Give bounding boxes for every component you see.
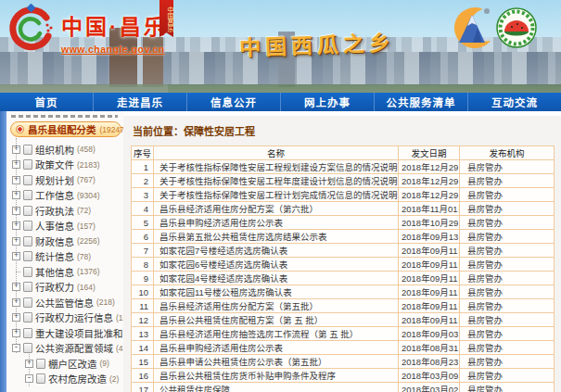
expand-toggle-icon[interactable]: +	[12, 237, 20, 246]
document-link[interactable]: 昌乐县第五批公共租赁住房选房结果公示表	[154, 230, 399, 244]
sidebar-item-work-info[interactable]: + 工作信息 (9304)	[6, 188, 123, 204]
table-row[interactable]: 2 关于考核性指标保障性安居工程年度建设计划信息的情况说明 2018年12月29…	[132, 174, 555, 188]
document-link[interactable]: 如家花园6号楼经适房选房确认表	[154, 258, 399, 272]
document-link[interactable]: 昌乐县经济适用住房分配方案（第五批）	[154, 299, 399, 313]
publish-org: 县房管办	[460, 369, 555, 383]
document-link[interactable]: 关于考核性指标保障性安居工程规划建设方案信息的情况说明	[154, 160, 399, 174]
table-row[interactable]: 10 如家花园11号楼公租房选房确认表 2018年09月11日 县房管办	[132, 285, 555, 299]
nav-item[interactable]: 公共服务清单	[375, 93, 468, 111]
table-row[interactable]: 16 昌乐县公共租赁住房货币补贴申购条件及程序 2018年03月09日 县房管办	[132, 369, 555, 383]
nav-item[interactable]: 互动交流	[468, 93, 561, 111]
folder-icon	[23, 267, 32, 277]
sidebar-item-count: (72)	[77, 206, 91, 215]
nav-item[interactable]: 首页	[0, 93, 94, 111]
document-link[interactable]: 昌乐县经济适用住房抽签选房工作流程（第 五 批）	[154, 327, 399, 341]
expand-toggle-icon[interactable]: +	[12, 176, 20, 184]
row-number: 11	[132, 299, 154, 313]
folder-icon	[23, 328, 32, 338]
sidebar-item-public-supervision[interactable]: + 公共监管信息 (218)	[6, 295, 123, 310]
column-header-date: 发文日期	[399, 146, 460, 160]
sidebar-item-label: 组织机构	[35, 143, 74, 157]
expand-toggle-icon[interactable]: +	[12, 313, 20, 322]
sidebar-item-organization[interactable]: + 组织机构 (458)	[6, 142, 123, 158]
sidebar-item-admin-power[interactable]: + 行政权力 (164)	[6, 280, 123, 296]
expand-toggle-icon[interactable]: +	[12, 160, 20, 169]
document-link[interactable]: 昌乐县经济适用住房分配方案（第六批）	[154, 202, 399, 216]
nav-item[interactable]: 网上办事	[281, 93, 375, 111]
expand-toggle-icon[interactable]: +	[12, 191, 20, 199]
row-number: 7	[132, 244, 154, 258]
sidebar-item-label: 公共资源配置领域	[35, 341, 113, 355]
row-number: 2	[132, 174, 154, 188]
expand-toggle-icon[interactable]: +	[25, 360, 33, 368]
document-link[interactable]: 如家花园7号楼经适房选房确认表	[154, 244, 399, 258]
sidebar-item-personnel[interactable]: + 人事信息 (157)	[6, 219, 123, 234]
table-row[interactable]: 11 昌乐县经济适用住房分配方案（第五批） 2018年09月11日 县房管办	[132, 299, 555, 313]
table-row[interactable]: 14 昌乐县申购经济适用住房公示表 2018年08月31日 县房管办	[132, 341, 555, 355]
row-number: 8	[132, 258, 154, 272]
expand-toggle-icon[interactable]: +	[12, 207, 20, 215]
expand-toggle-icon[interactable]: +	[12, 145, 20, 154]
table-row[interactable]: 15 昌乐县申请公共租赁住房公示表（第五批） 2018年08月23日 县房管办	[132, 355, 555, 369]
table-row[interactable]: 8 如家花园6号楼经适房选房确认表 2018年09月11日 县房管办	[132, 258, 555, 272]
sidebar-item-label: 人事信息	[35, 219, 74, 233]
sidebar-item-planning[interactable]: + 规划计划 (767)	[6, 172, 123, 188]
nav-item[interactable]: 信息公开	[187, 93, 281, 111]
sidebar-item-public-resources[interactable]: - 公共资源配置领域 (432)	[6, 341, 123, 357]
sidebar-item-shantytown-renovation[interactable]: + 棚户区改造 (9)	[6, 356, 123, 372]
collapse-toggle-icon[interactable]: -	[12, 344, 20, 352]
document-link[interactable]: 昌乐县申购经济适用住房公示表	[154, 216, 399, 230]
publish-date: 2018年12月29日	[399, 188, 460, 202]
table-row[interactable]: 7 如家花园7号楼经适房选房确认表 2018年09月11日 县房管办	[132, 244, 555, 258]
sidebar-item-law-enforcement[interactable]: + 行政执法 (72)	[6, 203, 123, 219]
row-number: 9	[132, 272, 154, 285]
sidebar-item-count: (218)	[96, 297, 115, 307]
expand-toggle-icon[interactable]: +	[12, 298, 20, 307]
document-link[interactable]: 关于考核性指标保障性安居工程年度建设计划信息的情况说明	[154, 174, 399, 188]
publish-date: 2018年08月31日	[399, 341, 460, 355]
expand-toggle-icon[interactable]: +	[12, 221, 20, 230]
table-row[interactable]: 1 关于考核性指标保障性安居工程规划建设方案信息的情况说明 2018年12月29…	[132, 160, 555, 174]
table-row[interactable]: 13 昌乐县经济适用住房抽签选房工作流程（第 五 批） 2018年09月03日 …	[132, 327, 555, 341]
sidebar-item-other-info[interactable]: 其他信息 (1376)	[6, 264, 123, 280]
document-link[interactable]: 如家花园11号楼公租房选房确认表	[154, 285, 399, 299]
sidebar-dashed-handle	[11, 115, 118, 118]
sidebar-item-power-operation[interactable]: + 行政权力运行信息 (152)	[6, 310, 123, 326]
sidebar-item-label: 财政信息	[35, 234, 74, 248]
document-link[interactable]: 如家花园4号楼经适房选房确认表	[154, 272, 399, 285]
sidebar-item-major-projects[interactable]: + 重大建设项目批准和实施	[6, 325, 123, 341]
document-link[interactable]: 昌乐县公共租赁住房配租方案（第 五 批）	[154, 313, 399, 327]
seal-ribbon: 中国昌乐	[159, 0, 173, 37]
row-number: 16	[132, 369, 154, 383]
document-link[interactable]: 昌乐县申购经济适用住房公示表	[154, 341, 399, 355]
publish-date: 2018年09月13日	[399, 230, 460, 244]
expand-toggle-icon[interactable]: +	[12, 329, 20, 337]
document-link[interactable]: 关于考核性指标保障性安居工程计划完成情况信息的情况说明	[154, 188, 399, 202]
nav-item[interactable]: 走进昌乐	[94, 93, 187, 111]
sidebar-root-category[interactable]: 昌乐县组配分类 (19247)	[10, 121, 121, 137]
expand-toggle-icon[interactable]: +	[12, 283, 20, 291]
site-url[interactable]: www.changle.gov.cn	[61, 44, 168, 55]
document-link[interactable]: 昌乐县申请公共租赁住房公示表（第五批）	[154, 355, 399, 369]
publish-org: 县房管办	[460, 216, 555, 230]
table-row[interactable]: 6 昌乐县第五批公共租赁住房选房结果公示表 2018年09月13日 县房管办	[132, 230, 555, 244]
table-row[interactable]: 12 昌乐县公共租赁住房配租方案（第 五 批） 2018年09月11日 县房管办	[132, 313, 555, 327]
expand-toggle-icon[interactable]: +	[12, 252, 20, 260]
collapse-toggle-icon[interactable]: -	[25, 374, 33, 383]
main-content: 当前位置：保障性安居工程 序号 名称 发文日期 发布机构	[123, 116, 561, 392]
sidebar-item-finance[interactable]: + 财政信息 (2256)	[6, 234, 123, 249]
document-link[interactable]: 昌乐县公共租赁住房货币补贴申购条件及程序	[154, 369, 399, 383]
selected-radio-icon	[16, 125, 24, 133]
sidebar-item-rural-housing-renovation[interactable]: - 农村危房改造 (2)	[6, 372, 123, 387]
table-row[interactable]: 5 昌乐县申购经济适用住房公示表 2018年10月29日 县房管办	[132, 216, 555, 230]
table-row[interactable]: 9 如家花园4号楼经适房选房确认表 2018年09月11日 县房管办	[132, 272, 555, 285]
publish-org: 县房管办	[460, 341, 555, 355]
site-logo-icon[interactable]	[6, 4, 56, 54]
table-row[interactable]: 3 关于考核性指标保障性安居工程计划完成情况信息的情况说明 2018年12月29…	[132, 188, 555, 202]
sidebar-item-statistics[interactable]: + 统计信息 (78)	[6, 249, 123, 265]
sidebar-item-policy-files[interactable]: + 政策文件 (2183)	[6, 158, 123, 173]
document-link[interactable]: 公共租赁住房保障	[154, 383, 399, 392]
table-row[interactable]: 4 昌乐县经济适用住房分配方案（第六批） 2018年11月01日 县房管办	[132, 202, 555, 216]
table-row[interactable]: 17 公共租赁住房保障 2018年03月02日 县房管办	[132, 383, 555, 392]
row-number: 10	[132, 285, 154, 299]
